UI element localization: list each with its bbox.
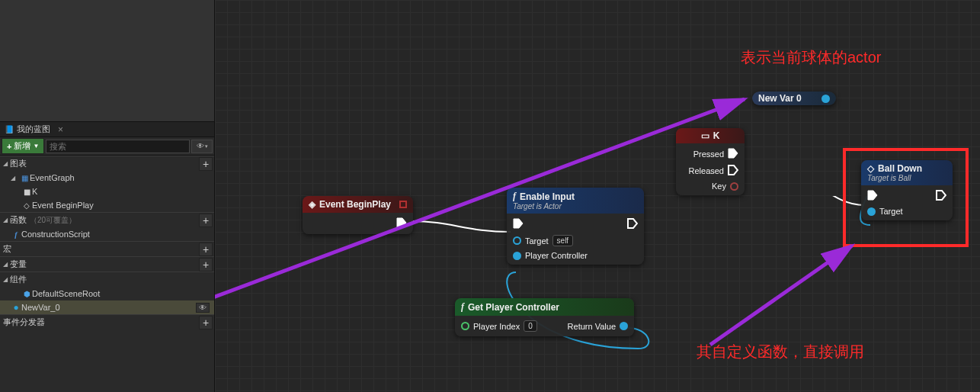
exec-out-row xyxy=(309,217,407,230)
section-label: 事件分发器 xyxy=(3,316,45,328)
variable-icon: ● xyxy=(11,302,21,313)
node-title: New Var 0 xyxy=(758,93,802,104)
pressed-row: Pressed xyxy=(682,148,738,160)
component-icon: ⬢ xyxy=(21,290,32,298)
book-icon: 📘 xyxy=(5,125,14,133)
preview-area xyxy=(0,0,214,122)
tree-k[interactable]: ■̤ K xyxy=(0,185,214,198)
node-body: Player Index 0 Return Value xyxy=(455,316,634,336)
svg-line-1 xyxy=(710,246,852,345)
key-row: Key xyxy=(682,182,738,191)
node-get-player-controller[interactable]: f Get Player Controller Player Index 0 R… xyxy=(455,298,634,336)
function-icon: f xyxy=(513,191,516,202)
section-label: 图表 xyxy=(10,158,27,169)
add-dispatcher-button[interactable]: + xyxy=(199,316,213,329)
section-functions[interactable]: ◢ 函数 （20可覆盖） + xyxy=(0,212,214,227)
exec-out-pin[interactable] xyxy=(728,165,738,177)
tree-label: ConstructionScript xyxy=(21,230,90,239)
tree-beginplay[interactable]: ◇ Event BeginPlay xyxy=(0,198,214,212)
section-dispatchers[interactable]: 事件分发器 + xyxy=(0,314,214,329)
node-header: f Enable Input Target is Actor xyxy=(507,188,644,214)
tree-defaultscene[interactable]: ⬢ DefaultSceneRoot xyxy=(0,287,214,300)
node-title: Event BeginPlay xyxy=(319,199,391,210)
tree-label: K xyxy=(32,187,37,196)
tree-construction[interactable]: f ConstructionScript xyxy=(0,227,214,241)
exec-out-pin[interactable] xyxy=(728,148,738,160)
value-pin[interactable] xyxy=(821,95,830,103)
node-header: f Get Player Controller xyxy=(455,298,634,316)
row: Player Index 0 Return Value xyxy=(461,320,628,332)
add-macro-button[interactable]: + xyxy=(199,243,213,256)
section-variables[interactable]: ◢ 变量 + xyxy=(0,256,214,272)
add-function-button[interactable]: + xyxy=(199,214,213,227)
section-label: 宏 xyxy=(3,243,11,255)
key-pin[interactable] xyxy=(730,182,738,191)
event-icon: ◇ xyxy=(21,201,32,210)
pc-row: Player Controller xyxy=(513,251,638,260)
target-row: Target self xyxy=(513,235,638,246)
pin-label: Player Controller xyxy=(525,251,588,260)
exec-out-pin[interactable] xyxy=(396,217,407,230)
playercontroller-pin[interactable] xyxy=(513,252,521,260)
section-graph[interactable]: ◢ 图表 + xyxy=(0,156,214,171)
annotation-box xyxy=(843,148,969,247)
tree-eventgraph[interactable]: ◢ ▦ EventGraph xyxy=(0,171,214,185)
key-icon: ■̤ xyxy=(21,188,32,196)
node-event-beginplay[interactable]: ◈ Event BeginPlay xyxy=(303,196,413,234)
node-title: Enable Input xyxy=(520,191,575,202)
search-input[interactable] xyxy=(46,140,190,153)
collapse-icon: ◢ xyxy=(3,160,8,167)
section-components[interactable]: ◢ 组件 xyxy=(0,272,214,287)
delegate-pin[interactable] xyxy=(399,201,407,208)
chevron-down-icon: ▾ xyxy=(205,143,208,149)
tree-label: EventGraph xyxy=(30,173,75,182)
svg-line-0 xyxy=(215,99,745,308)
function-icon: f xyxy=(11,230,21,239)
pin-label: Key xyxy=(712,182,726,191)
node-enable-input[interactable]: f Enable Input Target is Actor Target se… xyxy=(507,188,644,265)
graph-icon: ▦ xyxy=(19,174,30,182)
add-variable-button[interactable]: + xyxy=(199,258,213,272)
pin-label: Released xyxy=(689,166,724,175)
close-icon[interactable]: × xyxy=(58,124,63,135)
toolbar: + 新增 ▼ 👁▾ xyxy=(0,137,214,156)
plus-icon: + xyxy=(7,142,11,151)
add-label: 新增 xyxy=(14,140,30,152)
returnvalue-pin[interactable] xyxy=(620,322,628,330)
collapse-icon: ◢ xyxy=(3,217,8,223)
playerindex-pin[interactable] xyxy=(461,322,469,330)
tree-label: DefaultSceneRoot xyxy=(32,289,100,298)
exec-in-pin[interactable] xyxy=(513,218,524,230)
self-pill[interactable]: self xyxy=(552,235,574,246)
pin-label: Player Index xyxy=(473,322,520,331)
released-row: Released xyxy=(682,165,738,177)
node-header: ▭ K xyxy=(676,128,745,143)
add-graph-button[interactable]: + xyxy=(199,157,213,171)
graph-canvas[interactable]: ◈ Event BeginPlay f Enable Input Target … xyxy=(215,0,980,392)
node-subtitle: Target is Actor xyxy=(513,202,638,210)
node-input-k[interactable]: ▭ K Pressed Released Key xyxy=(676,128,745,195)
eye-icon: 👁 xyxy=(197,142,204,150)
section-macros[interactable]: 宏 + xyxy=(0,241,214,256)
exec-out-pin[interactable] xyxy=(627,218,638,230)
node-header: ◈ Event BeginPlay xyxy=(303,196,413,213)
node-newvar-getter[interactable]: New Var 0 xyxy=(752,92,836,105)
pin-label: Target xyxy=(525,236,549,246)
function-icon: f xyxy=(461,301,464,313)
node-title: Get Player Controller xyxy=(468,302,559,313)
annotation-bottom: 其自定义函数，直接调用 xyxy=(697,342,864,362)
sidebar: 📘 我的蓝图 × + 新增 ▼ 👁▾ ◢ 图表 + ◢ ▦ EventGraph… xyxy=(0,0,215,392)
node-body: Pressed Released Key xyxy=(676,143,745,195)
visibility-button[interactable]: 👁▾ xyxy=(191,140,213,153)
pin-label: Return Value xyxy=(568,322,616,331)
exec-row xyxy=(513,218,638,230)
section-label: 组件 xyxy=(10,274,27,285)
eye-icon[interactable]: 👁 xyxy=(196,303,210,313)
pin-label: Pressed xyxy=(693,149,724,159)
node-title: K xyxy=(713,130,720,141)
tree-newvar[interactable]: ● NewVar_0 👁 xyxy=(0,300,214,314)
add-button[interactable]: + 新增 ▼ xyxy=(2,138,44,154)
playerindex-value[interactable]: 0 xyxy=(524,320,537,332)
chevron-down-icon: ▼ xyxy=(33,143,39,149)
target-pin[interactable] xyxy=(513,236,521,245)
